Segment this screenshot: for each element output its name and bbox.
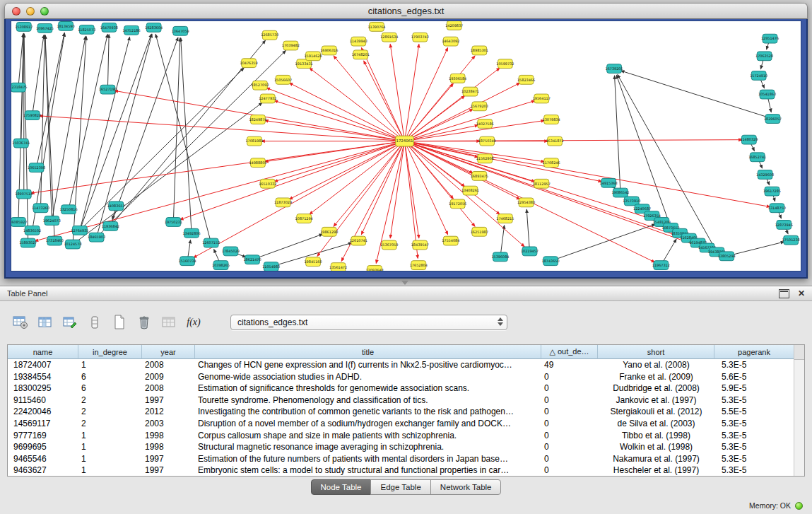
- svg-text:13250816: 13250816: [60, 207, 78, 211]
- svg-text:18249874: 18249874: [249, 117, 266, 122]
- column-header[interactable]: title: [195, 345, 541, 359]
- svg-text:14988805: 14988805: [249, 160, 266, 165]
- table-header-row: namein_degreeyeartitle△ out_de…shortpage…: [8, 345, 794, 359]
- window-titlebar[interactable]: citations_edges.txt: [4, 3, 808, 19]
- svg-text:19133431: 19133431: [295, 62, 313, 66]
- svg-text:11825073: 11825073: [78, 28, 95, 32]
- column-header[interactable]: year: [142, 345, 195, 359]
- table-cell: Genome-wide association studies in ADHD.: [195, 371, 541, 383]
- table-panel: Table Panel ✕: [0, 286, 812, 514]
- svg-text:11473260: 11473260: [32, 206, 49, 210]
- table-toolbar: f(x) citations_edges.txt: [0, 301, 812, 344]
- memory-status-label: Memory: OK: [749, 501, 791, 510]
- table-row[interactable]: 2242004622012Investigating the contribut…: [8, 406, 794, 418]
- table-row[interactable]: 977716911998Corpus callosum shape and si…: [8, 430, 794, 442]
- table-cell: Jankovic et al. (1997): [598, 395, 714, 407]
- svg-text:17039482: 17039482: [282, 43, 300, 47]
- table-row[interactable]: 911546021997Tourette syndrome. Phenomeno…: [8, 395, 794, 407]
- table-cell: Corpus callosum shape and size in male p…: [195, 430, 541, 442]
- edit-table-icon[interactable]: [61, 313, 79, 332]
- table-cell: Stergiakouli et al. (2012): [598, 406, 714, 418]
- table-scrollbar[interactable]: [794, 345, 804, 476]
- svg-text:17081981: 17081981: [245, 139, 263, 143]
- table-row[interactable]: 946362711997Embryonic stem cells: a mode…: [8, 465, 794, 477]
- svg-text:14752186: 14752186: [122, 28, 140, 33]
- svg-text:19306584: 19306584: [449, 76, 466, 81]
- svg-text:15056607: 15056607: [274, 78, 292, 82]
- svg-text:16085927: 16085927: [11, 220, 27, 224]
- table-cell: Hescheler et al. (1997): [598, 465, 714, 477]
- tab-edge-table[interactable]: Edge Table: [370, 479, 430, 495]
- window-controls: [12, 7, 49, 16]
- svg-text:15160734: 15160734: [179, 259, 196, 263]
- function-builder-icon[interactable]: f(x): [184, 313, 203, 332]
- tab-network-table[interactable]: Network Table: [430, 479, 502, 495]
- table-cell: 5.6E-5: [714, 371, 794, 383]
- delete-icon[interactable]: [135, 313, 153, 332]
- table-cell: 1: [78, 441, 142, 453]
- svg-text:15396084: 15396084: [491, 255, 509, 259]
- import-table-icon[interactable]: [160, 313, 178, 332]
- table-row[interactable]: 1938455462009Genome-wide association stu…: [8, 371, 794, 383]
- column-header[interactable]: pagerank: [714, 345, 794, 359]
- float-panel-icon[interactable]: [779, 289, 789, 298]
- function-label: f(x): [187, 317, 200, 328]
- table-cell: 0: [541, 382, 598, 395]
- node-table: namein_degreeyeartitle△ out_de…shortpage…: [7, 344, 805, 477]
- column-header[interactable]: short: [598, 345, 714, 359]
- minimize-window-button[interactable]: [26, 7, 35, 16]
- table-row[interactable]: 969969511998Structural magnetic resonanc…: [8, 441, 794, 453]
- show-columns-icon[interactable]: [36, 313, 54, 332]
- new-file-icon[interactable]: [110, 313, 129, 332]
- close-panel-icon[interactable]: ✕: [798, 289, 805, 298]
- table-row[interactable]: 1872400712008Changes of HCN gene express…: [8, 359, 794, 371]
- panel-resize-handle[interactable]: [401, 281, 408, 285]
- memory-status-indicator: [795, 502, 803, 510]
- svg-text:18621470: 18621470: [243, 257, 261, 262]
- table-cell: 0: [541, 406, 598, 418]
- svg-text:1724061: 1724061: [396, 139, 413, 143]
- svg-text:18296057: 18296057: [764, 117, 782, 121]
- network-view-frame: 1724061162519871755408418439547153670591…: [4, 19, 808, 279]
- svg-text:10599732: 10599732: [496, 62, 514, 66]
- network-table-select[interactable]: citations_edges.txt: [230, 315, 507, 330]
- svg-text:12954380: 12954380: [517, 200, 535, 204]
- svg-text:16852741: 16852741: [748, 155, 766, 159]
- column-icon[interactable]: [86, 313, 104, 332]
- table-cell: 14569117: [8, 418, 78, 430]
- table-cell: 1997: [142, 395, 195, 407]
- table-mode-icon[interactable]: [11, 313, 30, 332]
- svg-text:10967425: 10967425: [36, 26, 54, 30]
- svg-text:13079834: 13079834: [543, 117, 560, 122]
- column-header[interactable]: △ out_de…: [541, 345, 598, 359]
- table-cell: 5.9E-5: [714, 382, 794, 395]
- svg-text:14329608: 14329608: [756, 173, 774, 177]
- table-cell: 2009: [142, 371, 195, 383]
- table-cell: 9115460: [8, 395, 78, 407]
- table-row[interactable]: 946554611997Estimation of the future num…: [8, 453, 794, 465]
- table-cell: 18724007: [8, 359, 78, 371]
- combo-arrows-icon: [498, 317, 503, 326]
- table-cell: 0: [541, 418, 598, 430]
- svg-text:16341872: 16341872: [546, 139, 564, 143]
- table-cell: 18300295: [8, 382, 78, 395]
- table-cell: Dudbridge et al. (2008): [598, 382, 714, 395]
- column-header[interactable]: in_degree: [78, 345, 142, 359]
- table-cell: Yano et al. (2008): [598, 359, 714, 371]
- svg-text:14209837: 14209837: [445, 23, 463, 28]
- table-row[interactable]: 1456911722003Disruption of a novel membe…: [8, 418, 794, 430]
- column-header[interactable]: name: [8, 345, 78, 359]
- svg-text:19564117: 19564117: [533, 96, 551, 100]
- svg-text:16527190: 16527190: [99, 87, 117, 91]
- table-row[interactable]: 1830029562008Estimation of significance …: [8, 382, 794, 395]
- svg-text:18743650: 18743650: [542, 259, 560, 263]
- table-cell: 2012: [142, 406, 195, 418]
- svg-text:17063528: 17063528: [755, 54, 773, 58]
- close-window-button[interactable]: [12, 7, 20, 16]
- table-tabs: Node TableEdge TableNetwork Table: [0, 477, 812, 498]
- tab-node-table[interactable]: Node Table: [311, 479, 372, 495]
- network-canvas[interactable]: 1724061162519871755408418439547153670591…: [11, 21, 801, 271]
- table-cell: 1998: [142, 441, 195, 453]
- table-cell: 5.3E-5: [714, 453, 794, 465]
- zoom-window-button[interactable]: [40, 7, 49, 16]
